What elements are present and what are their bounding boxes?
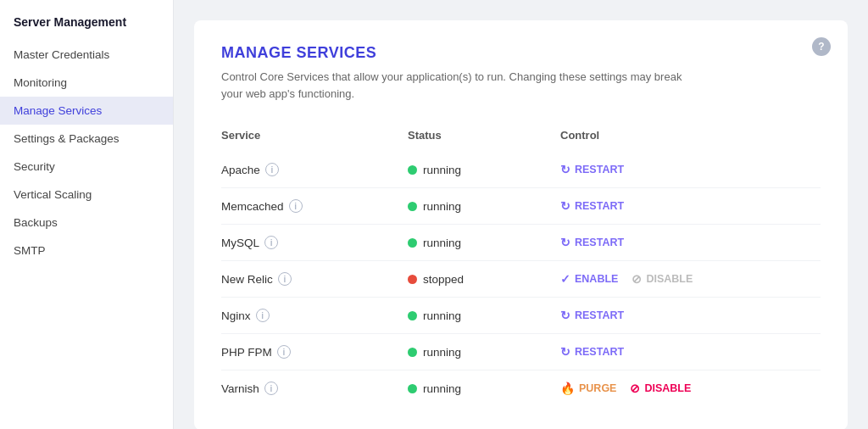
status-text: running [423,200,461,213]
service-label: Nginx [221,309,251,322]
control-group: ↻RESTART [560,309,821,322]
info-icon[interactable]: i [264,236,278,249]
sidebar-item-smtp[interactable]: SMTP [0,237,173,265]
control-btn-restart[interactable]: ↻RESTART [560,163,624,176]
service-name: PHP FPM i [221,345,408,359]
info-icon[interactable]: i [289,199,303,213]
info-icon[interactable]: i [278,272,292,286]
status-text: running [423,237,461,249]
disable-muted-icon: ⊘ [632,272,642,286]
service-label: Varnish [221,382,259,395]
control-group: ↻RESTART [560,163,821,176]
control-label: DISABLE [644,382,691,394]
status-dot [408,165,417,175]
status-dot [408,348,417,357]
info-icon[interactable]: i [265,163,279,176]
status-dot [408,384,417,393]
control-group: ↻RESTART [560,199,821,213]
service-name: MySQL i [221,236,408,249]
service-label: Apache [221,164,260,176]
status-text: running [423,382,461,395]
restart-icon: ↻ [560,199,570,213]
service-label: PHP FPM [221,346,272,359]
service-label: New Relic [221,273,273,286]
disable-icon: ⊘ [630,382,640,395]
restart-icon: ↻ [560,345,570,359]
restart-icon: ↻ [560,309,570,322]
status-badge: running [408,164,560,176]
status-dot [408,202,417,211]
control-btn-restart[interactable]: ↻RESTART [560,345,624,359]
status-badge: running [408,346,560,359]
status-badge: running [408,200,560,213]
col-header-control: Control [560,122,821,152]
services-table: Service Status Control Apache i running … [221,122,821,406]
table-row: Apache i running ↻RESTART [221,152,821,188]
main-content: ? MANAGE SERVICES Control Core Services … [174,0,868,429]
page-description: Control Core Services that allow your ap… [221,69,696,102]
control-btn-enable[interactable]: ✓ENABLE [560,272,618,286]
control-label: RESTART [575,200,624,212]
table-row: Nginx i running ↻RESTART [221,298,821,334]
status-badge: stopped [408,273,560,286]
service-name: Memcached i [221,199,408,213]
enable-icon: ✓ [560,272,570,286]
control-group: 🔥PURGE⊘DISABLE [560,382,821,395]
control-btn-disable[interactable]: ⊘DISABLE [630,382,691,395]
control-group: ↻RESTART [560,236,821,249]
sidebar-item-security[interactable]: Security [0,153,173,181]
service-name: Apache i [221,163,408,176]
control-label: RESTART [575,164,624,176]
control-label: RESTART [575,346,624,358]
info-icon[interactable]: i [264,382,278,395]
sidebar-item-manage-services[interactable]: Manage Services [0,97,173,125]
status-dot [408,311,417,320]
control-btn-purge[interactable]: 🔥PURGE [560,382,616,395]
control-label: RESTART [575,309,624,321]
control-label: PURGE [579,382,616,394]
control-btn-disable-muted[interactable]: ⊘DISABLE [632,272,693,286]
sidebar-item-backups[interactable]: Backups [0,209,173,237]
service-name: Nginx i [221,309,408,322]
sidebar-item-monitoring[interactable]: Monitoring [0,69,173,97]
table-row: Varnish i running 🔥PURGE⊘DISABLE [221,370,821,407]
service-name: New Relic i [221,272,408,286]
service-label: MySQL [221,237,259,249]
col-header-status: Status [408,122,560,152]
sidebar-title: Server Management [0,15,173,41]
table-row: PHP FPM i running ↻RESTART [221,334,821,370]
purge-icon: 🔥 [560,382,575,395]
status-text: running [423,164,461,176]
col-header-service: Service [221,122,408,152]
info-icon[interactable]: i [256,309,270,322]
status-text: running [423,346,461,359]
sidebar: Server Management Master CredentialsMoni… [0,0,174,429]
status-dot [408,275,417,284]
help-icon[interactable]: ? [812,37,831,56]
control-btn-restart[interactable]: ↻RESTART [560,199,624,213]
control-btn-restart[interactable]: ↻RESTART [560,309,624,322]
sidebar-item-settings-packages[interactable]: Settings & Packages [0,125,173,153]
info-icon[interactable]: i [277,345,291,359]
sidebar-item-master-credentials[interactable]: Master Credentials [0,41,173,69]
restart-icon: ↻ [560,163,570,176]
status-text: stopped [423,273,464,286]
service-name: Varnish i [221,382,408,395]
status-badge: running [408,309,560,322]
status-dot [408,238,417,248]
control-btn-restart[interactable]: ↻RESTART [560,236,624,249]
status-badge: running [408,237,560,249]
sidebar-item-vertical-scaling[interactable]: Vertical Scaling [0,181,173,209]
status-badge: running [408,382,560,395]
manage-services-card: ? MANAGE SERVICES Control Core Services … [194,20,848,429]
table-row: Memcached i running ↻RESTART [221,188,821,225]
table-row: New Relic i stopped ✓ENABLE⊘DISABLE [221,261,821,298]
control-label: RESTART [575,237,624,248]
status-text: running [423,309,461,322]
table-row: MySQL i running ↻RESTART [221,225,821,261]
control-group: ✓ENABLE⊘DISABLE [560,272,821,286]
control-label: ENABLE [575,273,618,285]
restart-icon: ↻ [560,236,570,249]
page-title: MANAGE SERVICES [221,44,821,62]
control-label: DISABLE [646,273,693,285]
